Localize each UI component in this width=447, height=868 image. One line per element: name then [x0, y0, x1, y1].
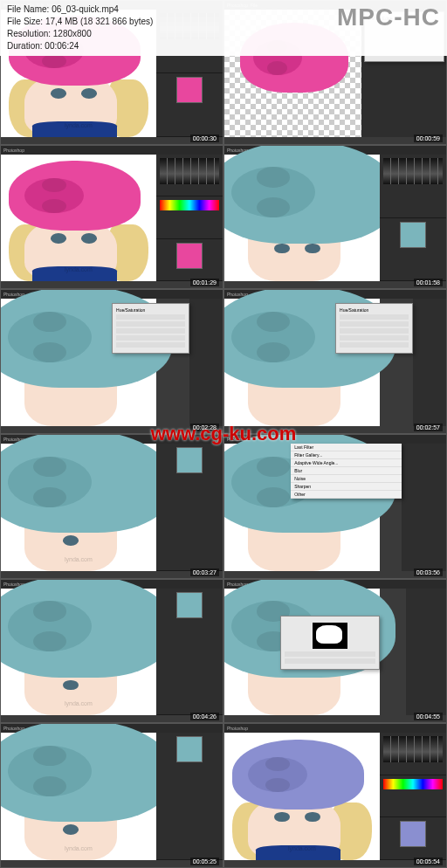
panel[interactable] — [156, 733, 223, 860]
panel[interactable] — [380, 733, 446, 860]
panel[interactable] — [156, 589, 223, 716]
frame-4[interactable]: Photoshop 00:01:58 — [224, 145, 447, 290]
app-logo: MPC-HC — [337, 3, 440, 52]
timestamp: 00:05:54 — [414, 858, 443, 865]
canvas[interactable]: lynda.com — [1, 444, 156, 571]
panel[interactable] — [402, 444, 446, 571]
frame-12[interactable]: Photoshop lynda.com 00:05:54 — [224, 723, 447, 868]
timestamp: 00:02:28 — [190, 424, 219, 431]
timestamp: 00:01:58 — [414, 279, 443, 286]
frame-9[interactable]: Photoshop lynda.com 00:04:26 — [0, 579, 224, 724]
mask-preview — [313, 623, 347, 649]
frame-11[interactable]: Photoshop lynda.com 00:05:25 — [0, 723, 224, 868]
menubar[interactable]: Photoshop — [1, 146, 223, 155]
canvas[interactable] — [224, 155, 380, 282]
frame-6[interactable]: Photoshop Hue/Saturation 00:02:57 — [224, 289, 447, 434]
file-info: File Name: 06_03-quick.mp4 File Size: 17… — [7, 3, 153, 52]
info-overlay: File Name: 06_03-quick.mp4 File Size: 17… — [0, 0, 447, 56]
panel[interactable] — [413, 299, 446, 426]
timestamp: 00:04:55 — [414, 713, 443, 720]
timestamp: 00:03:27 — [190, 568, 219, 576]
hue-sat-dialog[interactable]: Hue/Saturation — [335, 303, 413, 354]
panel[interactable] — [406, 589, 446, 716]
filter-menu[interactable]: Last Filter Filter Gallery... Adaptive W… — [291, 444, 402, 499]
frame-3[interactable]: Photoshop lynda.com 00:01:29 — [0, 145, 224, 290]
panel[interactable] — [189, 299, 223, 426]
menubar[interactable]: Photoshop — [224, 724, 446, 733]
frame-8[interactable]: PhotoshopFilter Last Filter Filter Galle… — [224, 434, 447, 579]
frame-10[interactable]: Photoshop 00:04:55 — [224, 579, 447, 724]
canvas[interactable]: lynda.com — [1, 155, 156, 282]
timestamp: 00:00:59 — [414, 134, 443, 142]
frame-5[interactable]: Photoshop Hue/Saturation 00:02:28 — [0, 289, 224, 434]
timestamp: 00:04:26 — [190, 713, 219, 720]
timestamp: 00:02:57 — [414, 424, 443, 431]
mask-dialog[interactable] — [280, 616, 380, 670]
timestamp: 00:01:29 — [190, 279, 219, 286]
timestamp: 00:05:25 — [190, 858, 219, 865]
canvas[interactable]: lynda.com — [224, 733, 380, 860]
layer-thumb[interactable] — [176, 77, 203, 103]
frame-7[interactable]: Photoshop lynda.com 00:03:27 — [0, 434, 224, 579]
hat-pink — [9, 161, 141, 231]
hue-sat-dialog[interactable]: Hue/Saturation — [112, 303, 189, 354]
canvas[interactable]: lynda.com — [1, 733, 156, 860]
hat-purple — [232, 740, 364, 809]
panel[interactable] — [380, 155, 446, 282]
hat-teal — [224, 145, 395, 244]
panel[interactable] — [156, 155, 223, 282]
timestamp: 00:03:56 — [414, 568, 443, 576]
canvas[interactable]: lynda.com — [1, 589, 156, 716]
color-spectrum[interactable] — [160, 200, 219, 210]
thumbnail-grid: PhotoshopFileEditImage lynda.com 00:00:3… — [0, 0, 447, 868]
panel[interactable] — [156, 444, 223, 571]
lynda-watermark: lynda.com — [65, 122, 93, 128]
timestamp: 00:00:30 — [190, 134, 219, 142]
